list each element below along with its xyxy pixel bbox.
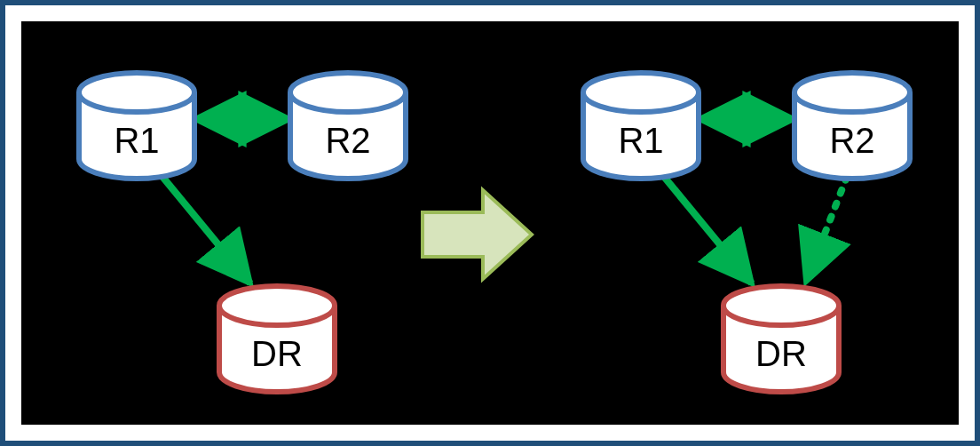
- diagram-container: R1 R2 DR R1 R2 DR: [0, 0, 980, 446]
- label-r1-left: R1: [114, 123, 159, 158]
- label-r2-left: R2: [325, 123, 370, 158]
- label-dr-left: DR: [251, 336, 303, 371]
- svg-point-5: [723, 286, 839, 325]
- diagram-inner: R1 R2 DR R1 R2 DR: [21, 21, 959, 425]
- svg-point-0: [79, 73, 194, 112]
- arrow-r2-dr-right-dotted: [806, 177, 847, 282]
- svg-point-2: [219, 286, 335, 325]
- svg-point-1: [290, 73, 406, 112]
- label-r2-right: R2: [829, 123, 874, 158]
- label-dr-right: DR: [755, 336, 807, 371]
- diagram-svg: [21, 21, 959, 430]
- transition-arrow: [423, 190, 532, 279]
- svg-point-3: [583, 73, 699, 112]
- label-r1-right: R1: [618, 123, 663, 158]
- arrow-r1-dr-left: [159, 172, 250, 283]
- svg-point-4: [794, 73, 910, 112]
- arrow-r1-dr-right: [660, 172, 752, 283]
